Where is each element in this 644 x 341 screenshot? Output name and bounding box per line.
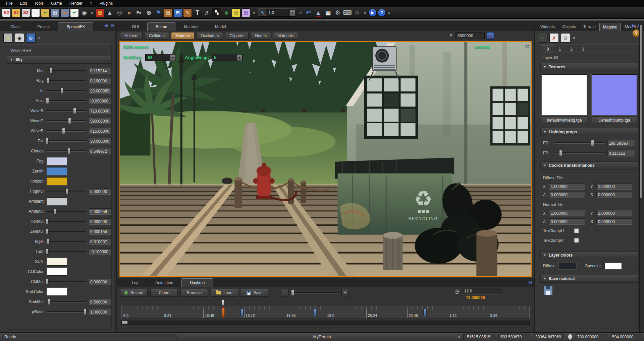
overflow-chevron-icon[interactable]: » — [38, 36, 41, 40]
button-clone[interactable]: Clone — [150, 289, 178, 297]
checkbox-texclampu[interactable] — [574, 228, 579, 233]
tab-model[interactable]: Model — [207, 22, 234, 31]
planet-icon[interactable]: ● — [125, 8, 133, 17]
textures-header[interactable]: ▼ Textures — [540, 63, 638, 71]
fs-slider[interactable] — [554, 140, 605, 146]
fogh-slider[interactable] — [47, 238, 86, 245]
tab-material[interactable]: Material — [599, 23, 621, 31]
menu-tools[interactable]: Tools — [31, 0, 47, 6]
slider-handle[interactable] — [50, 68, 53, 74]
s2-project-save-icon[interactable]: S2 — [21, 8, 30, 17]
anis-slider[interactable] — [47, 98, 86, 104]
slider-handle[interactable] — [46, 98, 49, 104]
material-gear-icon[interactable]: ⚙ — [561, 33, 570, 43]
ambmul-slider[interactable] — [47, 208, 86, 214]
disc-icon[interactable]: ◉ — [80, 8, 89, 17]
purple-doc-icon[interactable]: ▤ — [241, 8, 250, 17]
layer-colors-header[interactable]: ▼ Layer colors — [540, 251, 638, 259]
clouds-value-field[interactable]: 0.549972 — [89, 148, 112, 154]
waveb-value-field[interactable]: 416.00000 — [89, 128, 112, 134]
filter-helpers[interactable]: Helpers — [120, 32, 143, 40]
anis-value-field[interactable]: -0.950000 — [89, 98, 112, 104]
gridsize-dropdown[interactable]: 64 ▼ — [145, 54, 176, 61]
cldcolor-color-swatch[interactable] — [47, 268, 67, 276]
speaker-icon[interactable]: ♬ — [203, 8, 211, 17]
zenith-color-swatch[interactable] — [47, 167, 67, 175]
collapse-left-icon[interactable]: ◀ — [104, 23, 107, 28]
clipboard-icon[interactable]: ▤ — [164, 8, 172, 17]
fp-slider[interactable] — [554, 150, 605, 156]
layer-tab-3[interactable]: 3 — [577, 46, 589, 53]
ext-slider[interactable] — [47, 138, 86, 144]
save-as-icon[interactable]: As — [60, 8, 69, 17]
timeline-zoom-out-button[interactable]: - — [281, 289, 288, 296]
material-ball-icon[interactable]: ● — [538, 33, 547, 43]
layer-tab-1[interactable]: 1 — [554, 46, 566, 53]
overflow-chevron-icon[interactable]: » — [573, 36, 575, 40]
tab-specialfx[interactable]: SpecialFX — [58, 22, 93, 31]
diffuse-tile-y-field[interactable]: 1.000000 — [596, 183, 632, 190]
tab-objects[interactable]: Objects — [558, 22, 580, 31]
cube-icon[interactable]: ▦ — [96, 8, 104, 17]
timeline-scrollbar-thumb[interactable] — [122, 321, 127, 324]
timeline-marker-blue[interactable] — [423, 309, 426, 316]
mie-value-field[interactable]: 0.115214 — [89, 68, 112, 74]
filter-occluders[interactable]: Occluders — [196, 32, 223, 40]
bonsai-icon[interactable]: ♣ — [222, 8, 231, 17]
timeline-zoom-handle[interactable] — [291, 289, 294, 296]
diffuse-color-swatch[interactable] — [559, 263, 576, 269]
timeline-marker-orange[interactable] — [222, 308, 225, 317]
waveb-slider[interactable] — [47, 128, 86, 134]
fog-color-swatch[interactable] — [47, 157, 67, 165]
terrain-new-icon[interactable]: ▲NEW — [314, 8, 323, 17]
checker-icon[interactable]: ▚ — [212, 8, 221, 17]
s2-project-open-icon[interactable]: S2 — [12, 8, 20, 17]
overflow-chevron-icon[interactable]: » — [388, 10, 390, 15]
film-reel-icon[interactable]: ⊛ — [144, 8, 153, 17]
timeline-scrollbar[interactable] — [121, 321, 530, 325]
timeline-zoom-slider[interactable] — [290, 292, 340, 294]
tab-project[interactable]: Project — [29, 22, 58, 31]
dropdown-caret-icon[interactable]: ▼ — [236, 54, 242, 61]
menu-plugins[interactable]: Plugins — [96, 0, 116, 6]
yellow-doc-icon[interactable]: ▤ — [232, 8, 240, 17]
fp-value-field[interactable]: 0.115152 — [607, 150, 635, 156]
keyboard-icon[interactable]: ⌨ — [343, 8, 352, 17]
zenmul-slider[interactable] — [47, 228, 86, 234]
snowflake-icon[interactable]: ❄ — [353, 8, 362, 17]
turb-slider[interactable] — [47, 249, 86, 255]
tab-log[interactable]: Log — [123, 278, 147, 287]
wrench-icon[interactable]: ⚒ — [525, 43, 530, 49]
help-icon[interactable]: ? — [378, 9, 386, 17]
save-material-button[interactable] — [544, 286, 552, 295]
overflow-chevron-icon[interactable]: » — [91, 10, 93, 15]
overflow-chevron-icon[interactable]: » — [299, 10, 302, 15]
filter-colliders[interactable]: Colliders — [145, 32, 169, 40]
slider-handle[interactable] — [47, 299, 50, 305]
tab-daytime[interactable]: Daytime — [181, 278, 213, 287]
new-file-icon[interactable] — [31, 8, 40, 17]
normal-tile-x-field[interactable]: 1.000000 — [549, 210, 585, 216]
mie-slider[interactable] — [47, 68, 86, 74]
turb-value-field[interactable]: -0.100000 — [89, 249, 112, 255]
globe-icon[interactable]: ⊕ — [26, 33, 36, 43]
notepad-icon[interactable]: ✎ — [183, 8, 192, 17]
menu-edit[interactable]: Edit — [16, 0, 30, 6]
waver-slider[interactable] — [47, 108, 86, 114]
camera-icon[interactable]: ◉ — [15, 33, 24, 43]
grid-icon[interactable]: ▦ — [324, 8, 332, 17]
overflow-chevron-icon[interactable]: » — [364, 10, 366, 15]
slider-handle[interactable] — [84, 309, 87, 315]
save-icon[interactable]: ▤ — [51, 8, 59, 17]
f-value-field[interactable]: 5000000 — [455, 32, 485, 39]
pratio-slider[interactable] — [47, 309, 86, 315]
timeline-ruler[interactable]: 6:08:2310:4813:1215:3618:020:2422:481:12… — [121, 306, 530, 319]
wheel-icon[interactable]: ◎ — [115, 8, 124, 17]
texture-thumbnail[interactable] — [542, 74, 587, 115]
normal-tile-a-field[interactable]: 0.000000 — [549, 218, 585, 225]
menu-help[interactable]: ? — [87, 0, 96, 6]
slider-handle[interactable] — [67, 148, 70, 154]
filter-materials[interactable]: Materials — [273, 32, 298, 40]
in-value-field[interactable]: 20.000959 — [89, 88, 112, 94]
right-scrollbar[interactable] — [639, 24, 643, 338]
